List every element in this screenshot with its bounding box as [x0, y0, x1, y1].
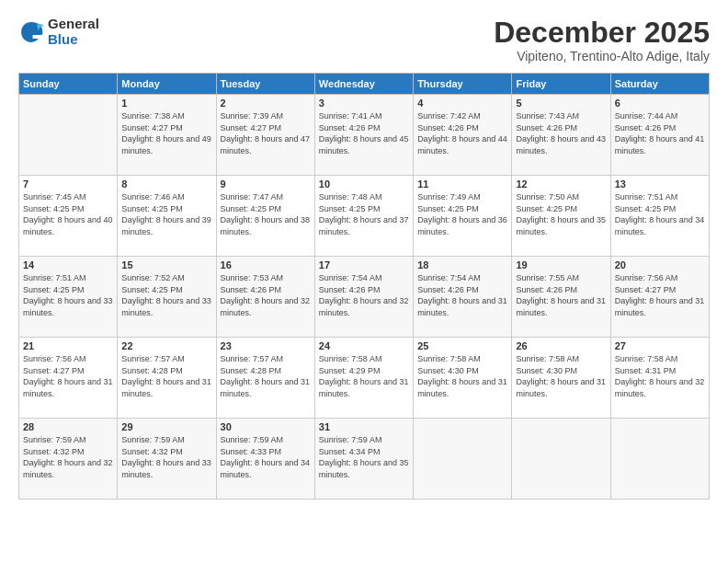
day-info: Sunrise: 7:58 AMSunset: 4:29 PMDaylight:… [319, 353, 409, 399]
table-cell: 3Sunrise: 7:41 AMSunset: 4:26 PMDaylight… [314, 95, 413, 176]
table-cell: 8Sunrise: 7:46 AMSunset: 4:25 PMDaylight… [118, 176, 216, 257]
table-cell: 19Sunrise: 7:55 AMSunset: 4:26 PMDayligh… [512, 257, 610, 338]
day-number: 10 [319, 178, 409, 190]
day-number: 27 [615, 340, 705, 351]
table-cell: 29Sunrise: 7:59 AMSunset: 4:32 PMDayligh… [118, 419, 216, 500]
col-wednesday: Wednesday [314, 74, 413, 95]
day-info: Sunrise: 7:48 AMSunset: 4:25 PMDaylight:… [319, 191, 409, 237]
page: General Blue December 2025 Vipiteno, Tre… [0, 0, 728, 563]
day-number: 16 [221, 259, 311, 270]
table-cell: 18Sunrise: 7:54 AMSunset: 4:26 PMDayligh… [414, 257, 512, 338]
day-info: Sunrise: 7:45 AMSunset: 4:25 PMDaylight:… [23, 191, 113, 237]
col-thursday: Thursday [414, 74, 512, 95]
day-number: 12 [516, 178, 606, 190]
day-number: 29 [121, 421, 211, 432]
table-cell: 25Sunrise: 7:58 AMSunset: 4:30 PMDayligh… [414, 338, 512, 419]
day-info: Sunrise: 7:57 AMSunset: 4:28 PMDaylight:… [121, 353, 211, 399]
day-number: 14 [23, 259, 113, 270]
day-number: 25 [417, 340, 507, 351]
location-subtitle: Vipiteno, Trentino-Alto Adige, Italy [494, 49, 710, 63]
week-row-4: 21Sunrise: 7:56 AMSunset: 4:27 PMDayligh… [19, 338, 710, 419]
table-cell [19, 95, 118, 176]
col-tuesday: Tuesday [216, 74, 314, 95]
table-cell: 21Sunrise: 7:56 AMSunset: 4:27 PMDayligh… [19, 338, 118, 419]
day-info: Sunrise: 7:59 AMSunset: 4:33 PMDaylight:… [221, 434, 311, 480]
day-number: 31 [319, 421, 409, 432]
day-info: Sunrise: 7:53 AMSunset: 4:26 PMDaylight:… [221, 272, 311, 318]
logo-general-text: General [48, 17, 99, 32]
header-row: Sunday Monday Tuesday Wednesday Thursday… [19, 74, 710, 95]
day-number: 17 [319, 259, 409, 270]
day-number: 6 [615, 98, 705, 109]
day-number: 30 [221, 421, 311, 432]
day-info: Sunrise: 7:51 AMSunset: 4:25 PMDaylight:… [615, 191, 705, 237]
week-row-1: 1Sunrise: 7:38 AMSunset: 4:27 PMDaylight… [19, 95, 710, 176]
logo-icon [18, 19, 44, 45]
day-info: Sunrise: 7:56 AMSunset: 4:27 PMDaylight:… [23, 353, 113, 399]
day-info: Sunrise: 7:59 AMSunset: 4:34 PMDaylight:… [319, 434, 409, 480]
day-number: 7 [23, 178, 113, 190]
table-cell: 17Sunrise: 7:54 AMSunset: 4:26 PMDayligh… [314, 257, 413, 338]
day-number: 11 [417, 178, 507, 190]
logo-blue-text: Blue [48, 32, 99, 48]
day-info: Sunrise: 7:44 AMSunset: 4:26 PMDaylight:… [615, 110, 705, 156]
table-cell: 11Sunrise: 7:49 AMSunset: 4:25 PMDayligh… [414, 176, 512, 257]
day-info: Sunrise: 7:59 AMSunset: 4:32 PMDaylight:… [23, 434, 113, 480]
day-number: 8 [121, 178, 211, 190]
week-row-2: 7Sunrise: 7:45 AMSunset: 4:25 PMDaylight… [19, 176, 710, 257]
day-number: 1 [121, 98, 211, 109]
day-number: 4 [417, 98, 507, 109]
day-info: Sunrise: 7:51 AMSunset: 4:25 PMDaylight:… [23, 272, 113, 318]
table-cell: 23Sunrise: 7:57 AMSunset: 4:28 PMDayligh… [216, 338, 314, 419]
day-info: Sunrise: 7:58 AMSunset: 4:30 PMDaylight:… [516, 353, 606, 399]
header: General Blue December 2025 Vipiteno, Tre… [18, 17, 710, 63]
col-friday: Friday [512, 74, 610, 95]
day-info: Sunrise: 7:38 AMSunset: 4:27 PMDaylight:… [121, 110, 211, 156]
day-number: 5 [516, 98, 606, 109]
day-info: Sunrise: 7:41 AMSunset: 4:26 PMDaylight:… [319, 110, 409, 156]
day-info: Sunrise: 7:43 AMSunset: 4:26 PMDaylight:… [516, 110, 606, 156]
col-saturday: Saturday [610, 74, 709, 95]
day-info: Sunrise: 7:59 AMSunset: 4:32 PMDaylight:… [121, 434, 211, 480]
day-info: Sunrise: 7:46 AMSunset: 4:25 PMDaylight:… [121, 191, 211, 237]
table-cell: 6Sunrise: 7:44 AMSunset: 4:26 PMDaylight… [610, 95, 709, 176]
table-cell: 31Sunrise: 7:59 AMSunset: 4:34 PMDayligh… [314, 419, 413, 500]
title-block: December 2025 Vipiteno, Trentino-Alto Ad… [494, 17, 710, 63]
day-info: Sunrise: 7:47 AMSunset: 4:25 PMDaylight:… [221, 191, 311, 237]
day-info: Sunrise: 7:52 AMSunset: 4:25 PMDaylight:… [121, 272, 211, 318]
day-number: 13 [615, 178, 705, 190]
week-row-5: 28Sunrise: 7:59 AMSunset: 4:32 PMDayligh… [19, 419, 710, 500]
day-info: Sunrise: 7:54 AMSunset: 4:26 PMDaylight:… [417, 272, 507, 318]
table-cell [512, 419, 610, 500]
table-cell [610, 419, 709, 500]
day-info: Sunrise: 7:54 AMSunset: 4:26 PMDaylight:… [319, 272, 409, 318]
table-cell: 28Sunrise: 7:59 AMSunset: 4:32 PMDayligh… [19, 419, 118, 500]
day-number: 3 [319, 98, 409, 109]
table-cell: 2Sunrise: 7:39 AMSunset: 4:27 PMDaylight… [216, 95, 314, 176]
table-cell: 5Sunrise: 7:43 AMSunset: 4:26 PMDaylight… [512, 95, 610, 176]
day-number: 9 [221, 178, 311, 190]
day-info: Sunrise: 7:57 AMSunset: 4:28 PMDaylight:… [221, 353, 311, 399]
day-info: Sunrise: 7:49 AMSunset: 4:25 PMDaylight:… [417, 191, 507, 237]
table-cell: 15Sunrise: 7:52 AMSunset: 4:25 PMDayligh… [118, 257, 216, 338]
table-cell: 10Sunrise: 7:48 AMSunset: 4:25 PMDayligh… [314, 176, 413, 257]
day-number: 15 [121, 259, 211, 270]
table-cell: 1Sunrise: 7:38 AMSunset: 4:27 PMDaylight… [118, 95, 216, 176]
day-number: 22 [121, 340, 211, 351]
table-cell: 22Sunrise: 7:57 AMSunset: 4:28 PMDayligh… [118, 338, 216, 419]
day-number: 23 [221, 340, 311, 351]
table-cell: 7Sunrise: 7:45 AMSunset: 4:25 PMDaylight… [19, 176, 118, 257]
logo-text: General Blue [48, 17, 99, 47]
col-monday: Monday [118, 74, 216, 95]
day-info: Sunrise: 7:42 AMSunset: 4:26 PMDaylight:… [417, 110, 507, 156]
logo: General Blue [18, 17, 99, 47]
day-number: 28 [23, 421, 113, 432]
table-cell: 12Sunrise: 7:50 AMSunset: 4:25 PMDayligh… [512, 176, 610, 257]
table-cell: 24Sunrise: 7:58 AMSunset: 4:29 PMDayligh… [314, 338, 413, 419]
calendar-table: Sunday Monday Tuesday Wednesday Thursday… [18, 73, 710, 500]
day-info: Sunrise: 7:58 AMSunset: 4:31 PMDaylight:… [615, 353, 705, 399]
day-info: Sunrise: 7:50 AMSunset: 4:25 PMDaylight:… [516, 191, 606, 237]
month-title: December 2025 [494, 17, 710, 49]
day-number: 21 [23, 340, 113, 351]
table-cell: 13Sunrise: 7:51 AMSunset: 4:25 PMDayligh… [610, 176, 709, 257]
